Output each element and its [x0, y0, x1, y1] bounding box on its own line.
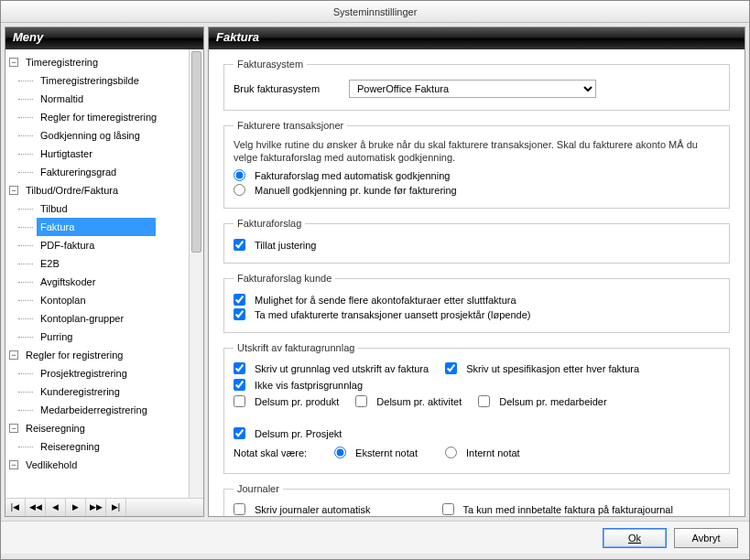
tree-child[interactable]: Avgiftskoder: [9, 273, 189, 291]
label-delsum-produkt[interactable]: Delsum pr. produkt: [255, 396, 339, 407]
tree-child[interactable]: Godkjenning og låsing: [9, 126, 189, 145]
tree-label[interactable]: Kontoplan-grupper: [37, 309, 127, 328]
label-innbetalte[interactable]: Ta kun med innbetalte faktura på faktura…: [463, 504, 673, 515]
tree-label[interactable]: Reiseregning: [22, 419, 89, 437]
label-eksternt-notat[interactable]: Eksternt notat: [355, 447, 418, 458]
group-fakturaforslag: Fakturaforslag Tillat justering: [223, 218, 730, 264]
tree-child[interactable]: Regler for timeregistrering: [9, 108, 189, 126]
tree-label[interactable]: Regler for registrering: [22, 346, 126, 364]
label-flere-akonto[interactable]: Mulighet for å sende flere akontofaktura…: [255, 295, 516, 306]
tree-label[interactable]: Timeregistrering: [22, 53, 102, 71]
label-delsum-medarbeider[interactable]: Delsum pr. medarbeider: [499, 396, 606, 407]
check-tillat-justering[interactable]: [234, 239, 245, 251]
tree-label[interactable]: Reiseregning: [37, 437, 103, 456]
tree-label[interactable]: Hurtigtaster: [37, 145, 96, 163]
tree-toggle-icon[interactable]: −: [9, 186, 18, 195]
check-skriv-grunnlag[interactable]: [234, 362, 245, 374]
radio-manuell-godkjenning[interactable]: [234, 184, 245, 196]
radio-eksternt-notat[interactable]: [334, 447, 346, 458]
tree-parent[interactable]: −Reiseregning: [9, 419, 189, 437]
label-skriv-grunnlag[interactable]: Skriv ut grunnlag ved utskrift av faktur…: [255, 363, 429, 374]
label-delsum-aktivitet[interactable]: Delsum pr. aktivitet: [376, 396, 462, 407]
window-title: Systeminnstillinger: [1, 1, 749, 23]
radio-auto-godkjenning[interactable]: [234, 169, 245, 181]
tree-child[interactable]: Purring: [9, 328, 189, 346]
check-flere-akonto[interactable]: [234, 294, 245, 306]
tree-child[interactable]: Kontoplan-grupper: [9, 309, 189, 328]
tree-toggle-icon[interactable]: −: [9, 424, 18, 433]
label-tillat-justering[interactable]: Tillat justering: [255, 240, 316, 251]
tree-child[interactable]: Kunderegistrering: [9, 382, 189, 401]
check-ufakturerte[interactable]: [234, 308, 245, 320]
tree-toggle-icon[interactable]: −: [9, 460, 18, 469]
check-delsum-medarbeider[interactable]: [478, 395, 490, 407]
tree-label[interactable]: Timeregistreringsbilde: [37, 71, 143, 90]
check-ikke-fastpris[interactable]: [234, 379, 245, 391]
tree-scrollbar[interactable]: [189, 49, 203, 498]
tree-child[interactable]: Hurtigtaster: [9, 145, 189, 163]
menu-tree[interactable]: −TimeregistreringTimeregistreringsbildeN…: [5, 49, 189, 498]
check-journaler-auto[interactable]: [234, 503, 245, 515]
label-ikke-fastpris[interactable]: Ikke vis fastprisgrunnlag: [255, 380, 363, 391]
tree-label[interactable]: Kunderegistrering: [37, 382, 124, 401]
nav-first[interactable]: |◀: [5, 499, 26, 516]
tree-child[interactable]: Faktureringsgrad: [9, 163, 189, 181]
select-fakturasystem[interactable]: PowerOffice Faktura: [349, 80, 596, 98]
tree-toggle-icon[interactable]: −: [9, 350, 18, 360]
tree-child[interactable]: E2B: [9, 254, 189, 273]
tree-parent[interactable]: −Timeregistrering: [9, 53, 189, 71]
tree-parent[interactable]: −Tilbud/Ordre/Faktura: [9, 181, 189, 199]
group-utskrift: Utskrift av fakturagrunnlag Skriv ut gru…: [223, 342, 730, 474]
tree-label[interactable]: Medarbeiderregistrering: [37, 401, 151, 419]
help-transaksjoner: Velg hvilke rutine du ønsker å bruke når…: [234, 138, 720, 164]
tree-child[interactable]: Prosjektregistrering: [9, 364, 189, 382]
nav-fastforward[interactable]: ▶▶: [86, 499, 106, 516]
tree-label[interactable]: Regler for timeregistrering: [37, 108, 160, 126]
tree-child[interactable]: PDF-faktura: [9, 236, 189, 254]
tree-label[interactable]: Godkjenning og låsing: [37, 126, 144, 145]
dialog-footer: Ok Avbryt: [1, 521, 749, 554]
check-skriv-spesifikasjon[interactable]: [445, 362, 457, 374]
legend-fakturaforslag: Fakturaforslag: [234, 218, 305, 229]
tree-child[interactable]: Reiseregning: [9, 437, 189, 456]
tree-toggle-icon[interactable]: −: [9, 58, 18, 67]
tree-child[interactable]: Faktura: [9, 218, 189, 236]
cancel-button[interactable]: Avbryt: [674, 528, 738, 548]
tree-child[interactable]: Tilbud: [9, 199, 189, 218]
nav-forward[interactable]: ▶: [66, 499, 86, 516]
nav-fastback[interactable]: ◀◀: [26, 499, 46, 516]
ok-button[interactable]: Ok: [603, 528, 667, 548]
tree-child[interactable]: Kontoplan: [9, 291, 189, 309]
check-delsum-aktivitet[interactable]: [355, 395, 367, 407]
tree-label[interactable]: Faktura: [37, 218, 156, 236]
tree-label[interactable]: Prosjektregistrering: [37, 364, 131, 382]
tree-child[interactable]: Medarbeiderregistrering: [9, 401, 189, 419]
label-internt-notat[interactable]: Internt notat: [466, 447, 520, 458]
tree-label[interactable]: Tilbud: [37, 199, 71, 218]
tree-label[interactable]: Kontoplan: [37, 291, 90, 309]
label-auto-godkjenning[interactable]: Fakturaforslag med automatisk godkjennin…: [255, 170, 450, 181]
tree-label[interactable]: Vedlikehold: [22, 456, 81, 474]
tree-label[interactable]: Tilbud/Ordre/Faktura: [22, 181, 122, 199]
label-journaler-auto[interactable]: Skriv journaler automatisk: [255, 504, 371, 515]
tree-label[interactable]: PDF-faktura: [37, 236, 98, 254]
tree-label[interactable]: Faktureringsgrad: [37, 163, 120, 181]
radio-internt-notat[interactable]: [445, 447, 457, 458]
nav-back[interactable]: ◀: [46, 499, 66, 516]
label-ufakturerte[interactable]: Ta med ufakturerte transaksjoner uansett…: [255, 309, 530, 320]
tree-parent[interactable]: −Regler for registrering: [9, 346, 189, 364]
label-skriv-spesifikasjon[interactable]: Skriv ut spesifikasjon etter hver faktur…: [466, 363, 639, 374]
check-innbetalte[interactable]: [442, 503, 454, 515]
label-manuell-godkjenning[interactable]: Manuell godkjenning pr. kunde før faktur…: [255, 185, 457, 196]
tree-label[interactable]: Avgiftskoder: [37, 273, 99, 291]
tree-child[interactable]: Normaltid: [9, 90, 189, 108]
check-delsum-prosjekt[interactable]: [234, 427, 245, 439]
tree-child[interactable]: Timeregistreringsbilde: [9, 71, 189, 90]
label-delsum-prosjekt[interactable]: Delsum pr. Prosjekt: [255, 428, 342, 439]
tree-label[interactable]: Normaltid: [37, 90, 87, 108]
tree-parent[interactable]: −Vedlikehold: [9, 456, 189, 474]
tree-label[interactable]: E2B: [37, 254, 63, 273]
tree-label[interactable]: Purring: [37, 328, 76, 346]
check-delsum-produkt[interactable]: [234, 395, 245, 407]
nav-last[interactable]: ▶|: [106, 499, 126, 516]
